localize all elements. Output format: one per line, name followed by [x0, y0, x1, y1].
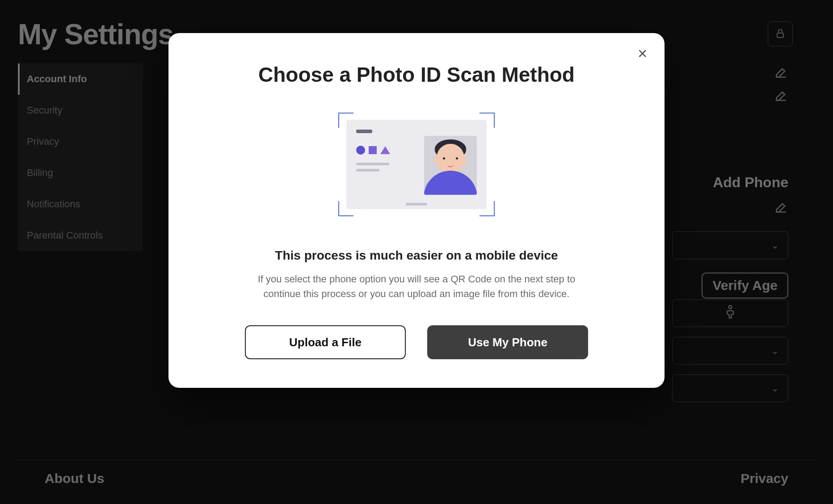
modal-subtext: If you select the phone option you will …: [242, 272, 591, 301]
modal-overlay: ✕ Choose a Photo ID Scan Method: [0, 0, 833, 504]
photo-id-scan-modal: ✕ Choose a Photo ID Scan Method: [168, 33, 665, 388]
close-icon: ✕: [637, 46, 648, 61]
close-button[interactable]: ✕: [633, 45, 651, 63]
use-my-phone-button[interactable]: Use My Phone: [427, 325, 588, 359]
modal-title: Choose a Photo ID Scan Method: [190, 63, 643, 87]
id-card-illustration: [190, 113, 643, 216]
modal-subheading: This process is much easier on a mobile …: [190, 248, 643, 263]
upload-file-button[interactable]: Upload a File: [245, 325, 406, 359]
